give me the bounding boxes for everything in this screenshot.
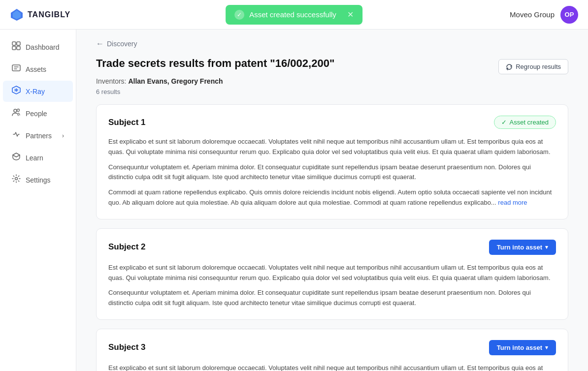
toast-container: ✓ Asset created successfully ✕ [226, 5, 362, 25]
dashboard-icon [12, 41, 21, 53]
card-body-1: Est explicabo et sunt sit laborum dolore… [108, 137, 556, 208]
subject-title-1: Subject 1 [108, 118, 146, 127]
svg-point-9 [15, 178, 18, 180]
turn-into-asset-button-2[interactable]: Turn into asset ▾ [489, 240, 556, 255]
settings-icon [12, 174, 21, 186]
inventors-names: Allan Evans, Gregory French [128, 77, 223, 85]
toast-close-button[interactable]: ✕ [347, 10, 354, 19]
sidebar-label-learn: Learn [26, 154, 43, 162]
page-header: Trade secrets results from patent "16/00… [96, 57, 568, 74]
sidebar-item-learn[interactable]: Learn [3, 147, 73, 168]
inventors-row: Inventors: Allan Evans, Gregory French [96, 77, 568, 85]
svg-point-7 [14, 109, 17, 112]
svg-point-8 [17, 109, 20, 112]
turn-into-asset-label-3: Turn into asset [497, 344, 542, 351]
regroup-results-button[interactable]: Regroup results [498, 59, 568, 74]
turn-into-asset-chevron-icon-2: ▾ [545, 244, 548, 250]
subject-title-3: Subject 3 [108, 342, 146, 352]
svg-rect-6 [12, 65, 20, 71]
toast-check-icon: ✓ [234, 10, 244, 20]
sidebar-label-settings: Settings [26, 176, 51, 184]
topbar-right: Moveo Group OP [510, 6, 578, 24]
logo: TANGIBLY [10, 8, 70, 22]
turn-into-asset-label-2: Turn into asset [497, 244, 542, 251]
app-name: TANGIBLY [28, 10, 70, 19]
main-content: ← Discovery Trade secrets results from p… [76, 30, 588, 371]
card-paragraph: Consequuntur voluptatem et. Aperiam mini… [108, 288, 556, 309]
layout: Dashboard Assets X-Ray People Partners [0, 30, 588, 371]
sidebar-item-dashboard[interactable]: Dashboard [3, 36, 73, 58]
card-header-1: Subject 1 ✓ Asset created [108, 116, 556, 129]
card-body-3: Est explicabo et sunt sit laborum dolore… [108, 363, 556, 371]
success-toast: ✓ Asset created successfully ✕ [226, 5, 362, 25]
subject-title-2: Subject 2 [108, 242, 146, 252]
people-icon [12, 108, 21, 119]
asset-created-badge: ✓ Asset created [494, 116, 556, 129]
sidebar-item-partners[interactable]: Partners › [3, 125, 73, 146]
sidebar-label-partners: Partners [26, 132, 52, 140]
logo-icon [10, 8, 24, 22]
turn-into-asset-chevron-icon-3: ▾ [545, 344, 548, 351]
card-paragraph: Est explicabo et sunt sit laborum dolore… [108, 137, 556, 157]
partners-icon [12, 130, 21, 141]
partners-chevron-icon: › [62, 132, 64, 139]
breadcrumb-link-discovery[interactable]: Discovery [107, 40, 137, 48]
sidebar-item-people[interactable]: People [3, 103, 73, 124]
topbar: TANGIBLY ✓ Asset created successfully ✕ … [0, 0, 588, 30]
sidebar-label-assets: Assets [26, 65, 46, 73]
sidebar-item-xray[interactable]: X-Ray [3, 81, 73, 102]
card-paragraph: Consequuntur voluptatem et. Aperiam mini… [108, 162, 556, 183]
sidebar-label-xray: X-Ray [26, 88, 45, 95]
breadcrumb: ← Discovery [96, 39, 568, 48]
sidebar: Dashboard Assets X-Ray People Partners [0, 30, 76, 371]
svg-rect-5 [17, 46, 20, 50]
page-title: Trade secrets results from patent "16/00… [96, 57, 334, 70]
read-more-link-1[interactable]: read more [498, 199, 527, 206]
svg-rect-4 [12, 46, 16, 50]
sidebar-label-people: People [26, 110, 47, 118]
breadcrumb-arrow-icon: ← [96, 39, 104, 48]
sidebar-label-dashboard: Dashboard [26, 43, 60, 51]
sidebar-item-settings[interactable]: Settings [3, 169, 73, 190]
sidebar-item-assets[interactable]: Assets [3, 59, 73, 80]
card-header-3: Subject 3 Turn into asset ▾ [108, 340, 556, 355]
regroup-label: Regroup results [516, 63, 561, 70]
card-paragraph: Est explicabo et sunt sit laborum dolore… [108, 263, 556, 283]
avatar[interactable]: OP [560, 6, 578, 24]
svg-rect-2 [12, 42, 16, 45]
xray-icon [12, 86, 21, 97]
asset-created-label: Asset created [510, 119, 549, 126]
subject-card-1: Subject 1 ✓ Asset created Est explicabo … [96, 104, 568, 219]
learn-icon [12, 152, 21, 163]
results-count: 6 results [96, 88, 568, 95]
regroup-icon [506, 63, 513, 70]
card-paragraph: Est explicabo et sunt sit laborum dolore… [108, 363, 556, 371]
assets-icon [12, 63, 21, 75]
subject-card-3: Subject 3 Turn into asset ▾ Est explicab… [96, 329, 568, 371]
inventors-label: Inventors: [96, 77, 126, 85]
card-body-2: Est explicabo et sunt sit laborum dolore… [108, 263, 556, 309]
company-name: Moveo Group [510, 10, 555, 19]
svg-rect-3 [17, 42, 20, 45]
turn-into-asset-button-3[interactable]: Turn into asset ▾ [489, 340, 556, 355]
card-header-2: Subject 2 Turn into asset ▾ [108, 240, 556, 255]
asset-created-check-icon: ✓ [501, 119, 507, 126]
card-paragraph: Commodi at quam ratione repellendus expl… [108, 187, 556, 208]
toast-message: Asset created successfully [249, 10, 336, 19]
subject-card-2: Subject 2 Turn into asset ▾ Est explicab… [96, 228, 568, 320]
